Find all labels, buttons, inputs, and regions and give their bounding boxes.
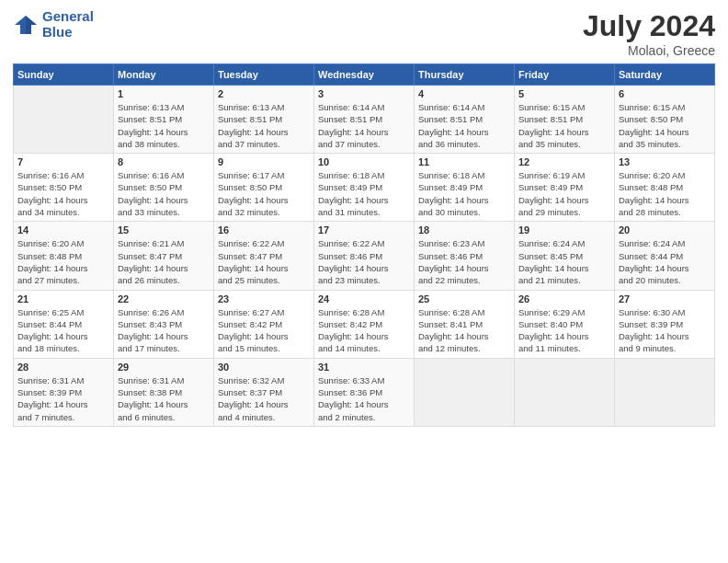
header-day-saturday: Saturday — [615, 64, 715, 86]
day-info: Sunrise: 6:21 AMSunset: 8:47 PMDaylight:… — [118, 237, 210, 286]
day-cell: 17Sunrise: 6:22 AMSunset: 8:46 PMDayligh… — [314, 222, 415, 290]
day-cell: 16Sunrise: 6:22 AMSunset: 8:47 PMDayligh… — [214, 222, 314, 290]
day-number: 7 — [17, 156, 109, 167]
day-cell: 31Sunrise: 6:33 AMSunset: 8:36 PMDayligh… — [314, 358, 415, 426]
day-info: Sunrise: 6:16 AMSunset: 8:50 PMDaylight:… — [118, 169, 210, 218]
calendar-table: SundayMondayTuesdayWednesdayThursdayFrid… — [13, 63, 715, 427]
day-number: 2 — [218, 88, 310, 99]
day-info: Sunrise: 6:27 AMSunset: 8:42 PMDaylight:… — [218, 306, 310, 355]
day-cell: 7Sunrise: 6:16 AMSunset: 8:50 PMDaylight… — [14, 154, 114, 222]
day-cell: 19Sunrise: 6:24 AMSunset: 8:45 PMDayligh… — [515, 222, 615, 290]
day-info: Sunrise: 6:24 AMSunset: 8:44 PMDaylight:… — [619, 237, 711, 286]
logo: General Blue — [13, 9, 94, 40]
day-info: Sunrise: 6:23 AMSunset: 8:46 PMDaylight:… — [418, 237, 510, 286]
header-day-wednesday: Wednesday — [314, 64, 415, 86]
day-number: 22 — [118, 293, 210, 304]
day-info: Sunrise: 6:14 AMSunset: 8:51 PMDaylight:… — [318, 101, 410, 150]
day-number: 14 — [17, 224, 109, 236]
day-info: Sunrise: 6:13 AMSunset: 8:51 PMDaylight:… — [218, 101, 310, 150]
logo-text: General Blue — [42, 9, 94, 40]
day-cell: 8Sunrise: 6:16 AMSunset: 8:50 PMDaylight… — [114, 154, 214, 222]
day-info: Sunrise: 6:25 AMSunset: 8:44 PMDaylight:… — [17, 306, 109, 355]
day-number: 31 — [318, 362, 410, 373]
day-number: 29 — [118, 362, 210, 373]
header-day-monday: Monday — [114, 64, 214, 86]
day-cell: 3Sunrise: 6:14 AMSunset: 8:51 PMDaylight… — [314, 86, 415, 154]
day-cell: 14Sunrise: 6:20 AMSunset: 8:48 PMDayligh… — [14, 222, 114, 290]
day-info: Sunrise: 6:32 AMSunset: 8:37 PMDaylight:… — [218, 374, 310, 423]
header-day-friday: Friday — [515, 64, 615, 86]
day-cell: 5Sunrise: 6:15 AMSunset: 8:51 PMDaylight… — [515, 86, 615, 154]
day-number: 20 — [619, 224, 711, 236]
day-cell: 20Sunrise: 6:24 AMSunset: 8:44 PMDayligh… — [615, 222, 715, 290]
day-cell: 2Sunrise: 6:13 AMSunset: 8:51 PMDaylight… — [214, 86, 314, 154]
day-cell: 26Sunrise: 6:29 AMSunset: 8:40 PMDayligh… — [515, 290, 615, 358]
day-number: 6 — [619, 88, 711, 99]
title-block: July 2024 Molaoi, Greece — [583, 9, 715, 58]
day-number: 10 — [318, 156, 410, 167]
day-cell — [415, 358, 515, 426]
day-cell: 12Sunrise: 6:19 AMSunset: 8:49 PMDayligh… — [515, 154, 615, 222]
week-row-1: 1Sunrise: 6:13 AMSunset: 8:51 PMDaylight… — [14, 86, 715, 154]
day-info: Sunrise: 6:15 AMSunset: 8:50 PMDaylight:… — [619, 101, 711, 150]
day-info: Sunrise: 6:22 AMSunset: 8:47 PMDaylight:… — [218, 237, 310, 286]
day-cell: 29Sunrise: 6:31 AMSunset: 8:38 PMDayligh… — [114, 358, 214, 426]
day-cell — [14, 86, 114, 154]
day-number: 25 — [418, 293, 510, 304]
day-number: 24 — [318, 293, 410, 304]
month-year: July 2024 — [583, 9, 715, 43]
day-info: Sunrise: 6:13 AMSunset: 8:51 PMDaylight:… — [118, 101, 210, 150]
day-number: 12 — [518, 156, 610, 167]
day-cell: 23Sunrise: 6:27 AMSunset: 8:42 PMDayligh… — [214, 290, 314, 358]
logo-icon — [13, 12, 39, 38]
day-cell: 27Sunrise: 6:30 AMSunset: 8:39 PMDayligh… — [615, 290, 715, 358]
day-number: 18 — [418, 224, 510, 236]
day-cell: 24Sunrise: 6:28 AMSunset: 8:42 PMDayligh… — [314, 290, 415, 358]
location: Molaoi, Greece — [583, 43, 715, 58]
day-cell — [615, 358, 715, 426]
day-info: Sunrise: 6:18 AMSunset: 8:49 PMDaylight:… — [318, 169, 410, 218]
day-info: Sunrise: 6:22 AMSunset: 8:46 PMDaylight:… — [318, 237, 410, 286]
day-info: Sunrise: 6:31 AMSunset: 8:39 PMDaylight:… — [17, 374, 109, 423]
day-number: 26 — [518, 293, 610, 304]
header: General Blue July 2024 Molaoi, Greece — [13, 9, 715, 58]
day-info: Sunrise: 6:29 AMSunset: 8:40 PMDaylight:… — [518, 306, 610, 355]
day-cell: 11Sunrise: 6:18 AMSunset: 8:49 PMDayligh… — [415, 154, 515, 222]
header-day-tuesday: Tuesday — [214, 64, 314, 86]
day-number: 27 — [619, 293, 711, 304]
day-cell: 22Sunrise: 6:26 AMSunset: 8:43 PMDayligh… — [114, 290, 214, 358]
day-number: 17 — [318, 224, 410, 236]
day-number: 4 — [418, 88, 510, 99]
day-info: Sunrise: 6:20 AMSunset: 8:48 PMDaylight:… — [17, 237, 109, 286]
day-info: Sunrise: 6:24 AMSunset: 8:45 PMDaylight:… — [518, 237, 610, 286]
day-info: Sunrise: 6:28 AMSunset: 8:42 PMDaylight:… — [318, 306, 410, 355]
page: General Blue July 2024 Molaoi, Greece Su… — [0, 0, 728, 563]
day-info: Sunrise: 6:20 AMSunset: 8:48 PMDaylight:… — [619, 169, 711, 218]
week-row-4: 21Sunrise: 6:25 AMSunset: 8:44 PMDayligh… — [14, 290, 715, 358]
day-cell: 9Sunrise: 6:17 AMSunset: 8:50 PMDaylight… — [214, 154, 314, 222]
day-cell: 4Sunrise: 6:14 AMSunset: 8:51 PMDaylight… — [415, 86, 515, 154]
day-info: Sunrise: 6:28 AMSunset: 8:41 PMDaylight:… — [418, 306, 510, 355]
svg-marker-1 — [26, 16, 37, 34]
day-number: 19 — [518, 224, 610, 236]
day-info: Sunrise: 6:31 AMSunset: 8:38 PMDaylight:… — [118, 374, 210, 423]
day-cell: 30Sunrise: 6:32 AMSunset: 8:37 PMDayligh… — [214, 358, 314, 426]
day-cell: 13Sunrise: 6:20 AMSunset: 8:48 PMDayligh… — [615, 154, 715, 222]
day-cell: 18Sunrise: 6:23 AMSunset: 8:46 PMDayligh… — [415, 222, 515, 290]
week-row-3: 14Sunrise: 6:20 AMSunset: 8:48 PMDayligh… — [14, 222, 715, 290]
week-row-5: 28Sunrise: 6:31 AMSunset: 8:39 PMDayligh… — [14, 358, 715, 426]
day-number: 1 — [118, 88, 210, 99]
day-info: Sunrise: 6:18 AMSunset: 8:49 PMDaylight:… — [418, 169, 510, 218]
header-day-sunday: Sunday — [14, 64, 114, 86]
day-number: 9 — [218, 156, 310, 167]
day-info: Sunrise: 6:16 AMSunset: 8:50 PMDaylight:… — [17, 169, 109, 218]
day-cell: 15Sunrise: 6:21 AMSunset: 8:47 PMDayligh… — [114, 222, 214, 290]
day-cell: 1Sunrise: 6:13 AMSunset: 8:51 PMDaylight… — [114, 86, 214, 154]
day-number: 21 — [17, 293, 109, 304]
day-cell: 25Sunrise: 6:28 AMSunset: 8:41 PMDayligh… — [415, 290, 515, 358]
day-number: 23 — [218, 293, 310, 304]
day-number: 16 — [218, 224, 310, 236]
day-cell — [515, 358, 615, 426]
day-number: 8 — [118, 156, 210, 167]
day-number: 28 — [17, 362, 109, 373]
